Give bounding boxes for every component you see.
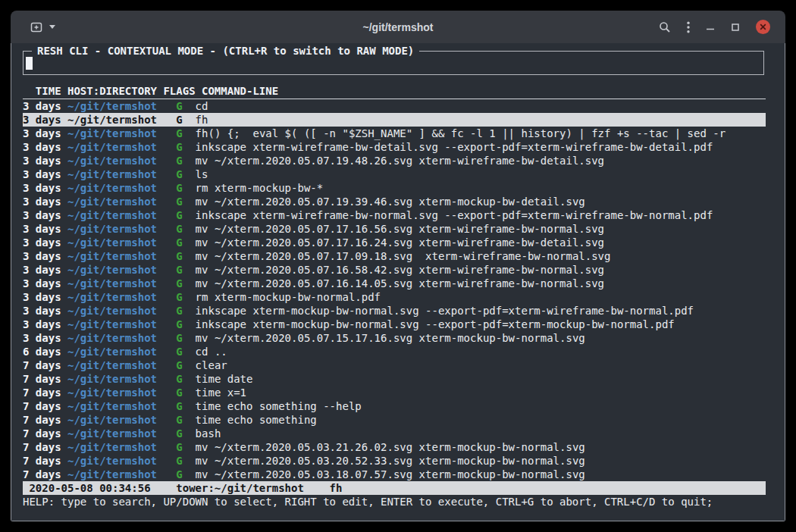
- history-row[interactable]: 3 days ~/git/termshot G mv ~/xterm.2020.…: [23, 263, 766, 277]
- history-row[interactable]: 7 days ~/git/termshot G bash: [23, 427, 766, 440]
- restore-button[interactable]: [731, 23, 740, 32]
- history-row[interactable]: 6 days ~/git/termshot G cd ..: [23, 345, 766, 358]
- text-cursor: [26, 57, 33, 70]
- search-icon: [659, 21, 671, 33]
- chevron-down-icon: [49, 25, 55, 29]
- help-line: HELP: type to search, UP/DOWN to select,…: [23, 495, 785, 509]
- history-row[interactable]: 7 days ~/git/termshot G time x=1: [23, 386, 766, 399]
- history-row[interactable]: 3 days ~/git/termshot G fh() {; eval $( …: [23, 127, 766, 140]
- history-row[interactable]: 3 days ~/git/termshot G mv ~/xterm.2020.…: [23, 195, 766, 208]
- mode-title: RESH CLI - CONTEXTUAL MODE - (CTRL+R to …: [32, 44, 419, 58]
- search-input[interactable]: RESH CLI - CONTEXTUAL MODE - (CTRL+R to …: [23, 51, 764, 75]
- history-row[interactable]: 3 days ~/git/termshot G mv ~/xterm.2020.…: [23, 236, 766, 249]
- history-row[interactable]: 3 days ~/git/termshot G mv ~/xterm.2020.…: [23, 331, 766, 345]
- titlebar[interactable]: ~/git/termshot: [11, 11, 785, 44]
- terminal-window: ~/git/termshot: [11, 11, 785, 521]
- history-row[interactable]: 3 days ~/git/termshot G mv ~/xterm.2020.…: [23, 222, 766, 236]
- history-row[interactable]: 7 days ~/git/termshot G mv ~/xterm.2020.…: [23, 468, 766, 481]
- tab-menu-button[interactable]: [49, 25, 55, 29]
- history-row[interactable]: 7 days ~/git/termshot G time date: [23, 372, 766, 386]
- history-row[interactable]: 3 days ~/git/termshot G fh: [23, 113, 766, 127]
- minimize-button[interactable]: [706, 23, 715, 32]
- status-bar: 2020-05-08 00:34:56 tower:~/git/termshot…: [23, 481, 766, 495]
- history-row[interactable]: 3 days ~/git/termshot G mv ~/xterm.2020.…: [23, 249, 766, 263]
- history-row[interactable]: 3 days ~/git/termshot G ls: [23, 167, 766, 181]
- history-row[interactable]: 3 days ~/git/termshot G inkscape xterm-m…: [23, 304, 766, 318]
- history-row[interactable]: 3 days ~/git/termshot G inkscape xterm-m…: [23, 318, 766, 331]
- terminal-content: RESH CLI - CONTEXTUAL MODE - (CTRL+R to …: [11, 43, 785, 521]
- close-button[interactable]: [756, 20, 770, 34]
- history-row[interactable]: 3 days ~/git/termshot G rm xterm-mockup-…: [23, 290, 766, 304]
- history-row[interactable]: 7 days ~/git/termshot G clear: [23, 358, 766, 372]
- history-row[interactable]: 7 days ~/git/termshot G mv ~/xterm.2020.…: [23, 440, 766, 454]
- new-tab-icon: [30, 21, 44, 33]
- history-row[interactable]: 3 days ~/git/termshot G rm xterm-mockup-…: [23, 181, 766, 195]
- close-icon: [760, 23, 766, 30]
- new-tab-button[interactable]: [30, 21, 44, 33]
- history-row[interactable]: 3 days ~/git/termshot G inkscape xterm-w…: [23, 208, 766, 222]
- minimize-icon: [706, 23, 715, 32]
- history-row[interactable]: 7 days ~/git/termshot G time echo someth…: [23, 399, 766, 413]
- columns-header: TIME HOST:DIRECTORY FLAGS COMMAND-LINE: [23, 84, 766, 99]
- restore-icon: [731, 23, 740, 32]
- menu-button[interactable]: [687, 21, 690, 33]
- history-row[interactable]: 3 days ~/git/termshot G inkscape xterm-w…: [23, 140, 766, 154]
- history-row[interactable]: 3 days ~/git/termshot G cd: [23, 99, 766, 113]
- history-row[interactable]: 7 days ~/git/termshot G time echo someth…: [23, 413, 766, 427]
- search-button[interactable]: [659, 21, 671, 33]
- history-row[interactable]: 3 days ~/git/termshot G mv ~/xterm.2020.…: [23, 277, 766, 290]
- history-row[interactable]: 3 days ~/git/termshot G mv ~/xterm.2020.…: [23, 154, 766, 167]
- menu-kebab-icon: [687, 21, 690, 33]
- screen-background: ~/git/termshot: [0, 0, 796, 532]
- history-row[interactable]: 7 days ~/git/termshot G mv ~/xterm.2020.…: [23, 454, 766, 468]
- history-list: 3 days ~/git/termshot G cd3 days ~/git/t…: [23, 99, 766, 481]
